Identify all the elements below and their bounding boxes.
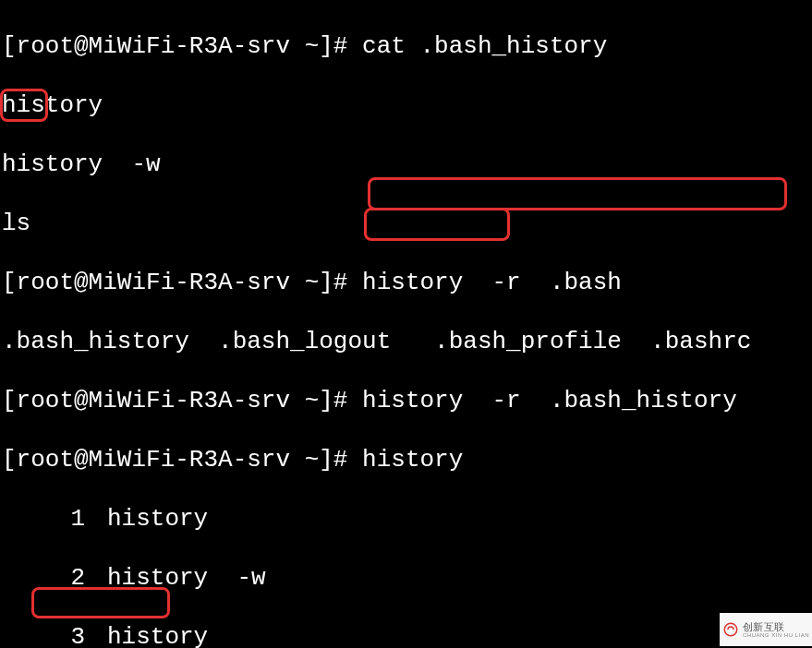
output-line: [root@MiWiFi-R3A-srv ~]# history -r .bas… bbox=[2, 386, 812, 415]
terminal-output[interactable]: [root@MiWiFi-R3A-srv ~]# cat .bash_histo… bbox=[0, 0, 812, 648]
watermark-badge: 创新互联 CHUANG XIN HU LIAN bbox=[720, 613, 812, 646]
output-line: .bash_history .bash_logout .bash_profile… bbox=[2, 327, 812, 356]
output-line: history bbox=[2, 90, 812, 120]
svg-point-0 bbox=[724, 623, 737, 636]
watermark-text-cn: 创新互联 bbox=[743, 621, 809, 632]
history-entry: 1history bbox=[2, 504, 812, 534]
command-text: cat .bash_history bbox=[362, 32, 607, 60]
output-line: [root@MiWiFi-R3A-srv ~]# history bbox=[2, 445, 812, 474]
output-line: history -w bbox=[2, 150, 812, 179]
output-line: ls bbox=[2, 209, 812, 238]
shell-prompt: [root@MiWiFi-R3A-srv ~]# bbox=[2, 32, 362, 60]
watermark-text-py: CHUANG XIN HU LIAN bbox=[743, 632, 809, 639]
output-line: [root@MiWiFi-R3A-srv ~]# cat .bash_histo… bbox=[2, 31, 812, 61]
history-entry: 2history -w bbox=[2, 563, 812, 593]
command-text: history bbox=[362, 446, 463, 474]
history-entry: 3history bbox=[2, 622, 812, 648]
shell-prompt: [root@MiWiFi-R3A-srv ~]# bbox=[2, 446, 362, 474]
command-text: history -r .bash bbox=[362, 269, 622, 296]
shell-prompt: [root@MiWiFi-R3A-srv ~]# bbox=[2, 387, 362, 414]
command-text: history -r .bash_history bbox=[362, 387, 737, 414]
logo-icon bbox=[722, 621, 739, 638]
output-line: [root@MiWiFi-R3A-srv ~]# history -r .bas… bbox=[2, 268, 812, 297]
shell-prompt: [root@MiWiFi-R3A-srv ~]# bbox=[2, 269, 362, 296]
